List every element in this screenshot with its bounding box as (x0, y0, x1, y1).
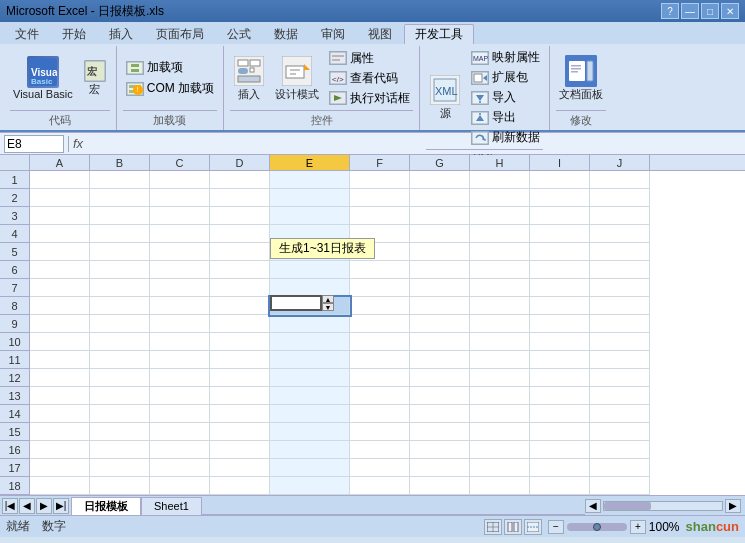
cell-c6[interactable] (150, 261, 210, 279)
cell-h17[interactable] (470, 459, 530, 477)
cell-i4[interactable] (530, 225, 590, 243)
cell-f11[interactable] (350, 351, 410, 369)
cell-b15[interactable] (90, 423, 150, 441)
cell-g13[interactable] (410, 387, 470, 405)
cell-d6[interactable] (210, 261, 270, 279)
cell-a18[interactable] (30, 477, 90, 495)
cell-h3[interactable] (470, 207, 530, 225)
cell-a1[interactable] (30, 171, 90, 189)
map-props-button[interactable]: MAP 映射属性 (468, 48, 543, 67)
cell-h5[interactable] (470, 243, 530, 261)
import-button[interactable]: 导入 (468, 88, 543, 107)
cell-a6[interactable] (30, 261, 90, 279)
cell-g7[interactable] (410, 279, 470, 297)
col-header-b[interactable]: B (90, 155, 150, 170)
cell-f6[interactable] (350, 261, 410, 279)
tab-data[interactable]: 数据 (263, 24, 309, 44)
cell-d13[interactable] (210, 387, 270, 405)
cell-a14[interactable] (30, 405, 90, 423)
cell-e10[interactable] (270, 333, 350, 351)
cell-c3[interactable] (150, 207, 210, 225)
row-header-16[interactable]: 16 (0, 441, 30, 459)
cell-j11[interactable] (590, 351, 650, 369)
cell-c15[interactable] (150, 423, 210, 441)
cell-e1[interactable] (270, 171, 350, 189)
cell-f1[interactable] (350, 171, 410, 189)
cell-g15[interactable] (410, 423, 470, 441)
run-dialog-button[interactable]: 执行对话框 (326, 89, 413, 108)
cell-d4[interactable] (210, 225, 270, 243)
cell-c17[interactable] (150, 459, 210, 477)
tab-review[interactable]: 审阅 (310, 24, 356, 44)
cell-c16[interactable] (150, 441, 210, 459)
spinner-up-button[interactable]: ▲ (322, 295, 334, 303)
cell-d7[interactable] (210, 279, 270, 297)
cell-d18[interactable] (210, 477, 270, 495)
cell-c2[interactable] (150, 189, 210, 207)
cell-c12[interactable] (150, 369, 210, 387)
cell-i13[interactable] (530, 387, 590, 405)
cell-a3[interactable] (30, 207, 90, 225)
cell-b1[interactable] (90, 171, 150, 189)
col-header-d[interactable]: D (210, 155, 270, 170)
formula-input[interactable] (87, 135, 741, 153)
cell-d11[interactable] (210, 351, 270, 369)
tab-view[interactable]: 视图 (357, 24, 403, 44)
cell-i11[interactable] (530, 351, 590, 369)
cell-b14[interactable] (90, 405, 150, 423)
cell-i2[interactable] (530, 189, 590, 207)
cell-e15[interactable] (270, 423, 350, 441)
row-header-6[interactable]: 6 (0, 261, 30, 279)
tab-scroll-right[interactable]: ▶ (36, 498, 52, 514)
source-button[interactable]: XML 源 (426, 72, 464, 123)
cell-f13[interactable] (350, 387, 410, 405)
cell-e3[interactable] (270, 207, 350, 225)
properties-button[interactable]: 属性 (326, 49, 413, 68)
cell-d12[interactable] (210, 369, 270, 387)
cell-h4[interactable] (470, 225, 530, 243)
cell-g9[interactable] (410, 315, 470, 333)
cell-j3[interactable] (590, 207, 650, 225)
cell-f3[interactable] (350, 207, 410, 225)
cell-g6[interactable] (410, 261, 470, 279)
addin-button[interactable]: 加载项 (123, 58, 186, 77)
cell-h10[interactable] (470, 333, 530, 351)
cell-h11[interactable] (470, 351, 530, 369)
cell-g1[interactable] (410, 171, 470, 189)
spinner-down-button[interactable]: ▼ (322, 303, 334, 311)
cell-h13[interactable] (470, 387, 530, 405)
col-header-i[interactable]: I (530, 155, 590, 170)
expand-pkg-button[interactable]: 扩展包 (468, 68, 543, 87)
cell-a7[interactable] (30, 279, 90, 297)
cell-d5[interactable] (210, 243, 270, 261)
cell-h1[interactable] (470, 171, 530, 189)
cell-j2[interactable] (590, 189, 650, 207)
tab-insert[interactable]: 插入 (98, 24, 144, 44)
cell-f12[interactable] (350, 369, 410, 387)
row-header-8[interactable]: 8 (0, 297, 30, 315)
cell-e16[interactable] (270, 441, 350, 459)
cell-c8[interactable] (150, 297, 210, 315)
tab-scroll-left[interactable]: ◀ (19, 498, 35, 514)
cell-b17[interactable] (90, 459, 150, 477)
cell-h6[interactable] (470, 261, 530, 279)
cell-b9[interactable] (90, 315, 150, 333)
cell-i1[interactable] (530, 171, 590, 189)
tab-formula[interactable]: 公式 (216, 24, 262, 44)
zoom-slider[interactable] (567, 523, 627, 531)
tab-file[interactable]: 文件 (4, 24, 50, 44)
cell-e2[interactable] (270, 189, 350, 207)
doc-panel-button[interactable]: 文档面板 (556, 53, 606, 104)
cell-b16[interactable] (90, 441, 150, 459)
cell-h18[interactable] (470, 477, 530, 495)
com-addin-button[interactable]: ! COM 加载项 (123, 79, 217, 98)
cell-a10[interactable] (30, 333, 90, 351)
cell-e11[interactable] (270, 351, 350, 369)
cell-b3[interactable] (90, 207, 150, 225)
normal-view-button[interactable] (484, 519, 502, 535)
restore-button[interactable]: □ (701, 3, 719, 19)
cell-c18[interactable] (150, 477, 210, 495)
cell-f7[interactable] (350, 279, 410, 297)
col-header-h[interactable]: H (470, 155, 530, 170)
cell-f18[interactable] (350, 477, 410, 495)
